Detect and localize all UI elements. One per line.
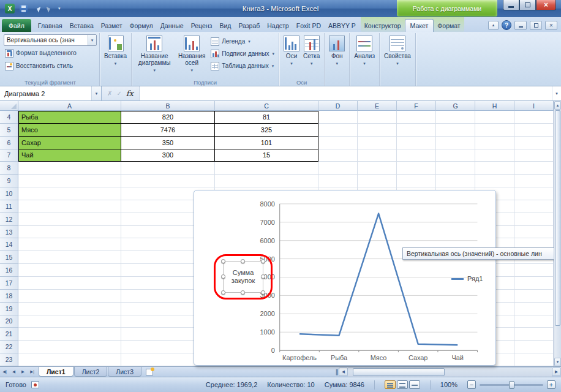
sheet-tab-Лист1[interactable]: Лист1 <box>39 367 73 377</box>
cell-A17[interactable] <box>18 277 121 290</box>
vertical-scrollbar[interactable]: ▲ ▼ <box>554 101 561 366</box>
cell-G4[interactable] <box>436 111 475 124</box>
row-header-6[interactable]: 6 <box>0 137 18 149</box>
scroll-up-icon[interactable]: ▲ <box>554 101 561 110</box>
select-all-corner[interactable] <box>0 101 18 111</box>
cell-H9[interactable] <box>475 175 514 187</box>
cell-H6[interactable] <box>475 137 514 149</box>
tab-Надстр[interactable]: Надстр <box>263 19 292 32</box>
cell-F9[interactable] <box>397 175 436 187</box>
cell-A9[interactable] <box>18 175 121 187</box>
row-header-13[interactable]: 13 <box>0 226 18 239</box>
cell-I11[interactable] <box>514 200 554 213</box>
tab-Вид[interactable]: Вид <box>216 19 235 32</box>
cell-A5[interactable]: Мясо <box>18 124 121 137</box>
insert-function-icon[interactable]: fx <box>126 89 134 98</box>
zoom-slider-thumb[interactable] <box>509 381 514 389</box>
row-header-10[interactable]: 10 <box>0 187 18 200</box>
cell-I19[interactable] <box>514 303 554 315</box>
cell-E7[interactable] <box>358 149 397 162</box>
cell-A12[interactable] <box>18 213 121 226</box>
cell-F5[interactable] <box>397 124 436 137</box>
column-header-I[interactable]: I <box>514 101 554 111</box>
row-header-11[interactable]: 11 <box>0 200 18 213</box>
selection-handle[interactable] <box>221 259 225 263</box>
properties-button[interactable]: Свойства ▾ <box>382 34 413 67</box>
tab-Главная[interactable]: Главная <box>34 19 66 32</box>
cell-I22[interactable] <box>514 341 554 353</box>
cell-B8[interactable] <box>121 162 215 175</box>
cell-A21[interactable] <box>18 328 121 341</box>
cell-A16[interactable] <box>18 264 121 277</box>
zoom-in-icon[interactable]: + <box>547 380 555 389</box>
cell-B5[interactable]: 7476 <box>121 124 215 137</box>
expand-formula-bar-icon[interactable]: ▾ <box>552 86 561 100</box>
cell-D9[interactable] <box>318 175 358 187</box>
cell-I12[interactable] <box>514 213 554 226</box>
minimize-ribbon-icon[interactable]: ▴ <box>488 21 499 30</box>
tab-Разраб[interactable]: Разраб <box>235 19 263 32</box>
sheet-tab-Лист3[interactable]: Лист3 <box>108 367 141 377</box>
cell-G5[interactable] <box>436 124 475 137</box>
close-button[interactable]: × <box>536 0 556 10</box>
column-header-G[interactable]: G <box>436 101 475 111</box>
analysis-button[interactable]: Анализ ▾ <box>352 34 377 67</box>
cell-A18[interactable] <box>18 290 121 303</box>
cell-I20[interactable] <box>514 315 554 328</box>
cell-A20[interactable] <box>18 315 121 328</box>
column-header-A[interactable]: A <box>18 101 121 111</box>
format-selection-button[interactable]: Формат выделенного <box>4 47 97 59</box>
cell-B7[interactable]: 300 <box>121 149 215 162</box>
save-icon[interactable] <box>18 3 29 14</box>
row-header-20[interactable]: 20 <box>0 315 18 328</box>
row-header-5[interactable]: 5 <box>0 124 18 137</box>
undo-icon[interactable] <box>31 3 42 14</box>
tab-Конструктор[interactable]: Конструктор <box>361 19 405 32</box>
tab-Реценз[interactable]: Реценз <box>187 19 216 32</box>
row-header-4[interactable]: 4 <box>0 111 18 124</box>
tab-Размет[interactable]: Размет <box>97 19 126 32</box>
workbook-minimize-button[interactable] <box>514 21 527 30</box>
page-layout-view-icon[interactable] <box>397 380 408 389</box>
page-break-view-icon[interactable] <box>409 380 420 389</box>
cell-D6[interactable] <box>318 137 358 149</box>
cell-E5[interactable] <box>358 124 397 137</box>
selection-handle[interactable] <box>241 259 245 263</box>
scroll-down-icon[interactable]: ▼ <box>554 358 561 366</box>
tab-Формат[interactable]: Формат <box>434 19 464 32</box>
scroll-right-icon[interactable]: ▶ <box>552 368 561 376</box>
cell-G8[interactable] <box>436 162 475 175</box>
scroll-left-icon[interactable]: ◀ <box>339 368 348 376</box>
prev-sheet-icon[interactable]: ◀ <box>9 367 18 377</box>
cell-A13[interactable] <box>18 226 121 239</box>
row-header-21[interactable]: 21 <box>0 328 18 341</box>
column-header-D[interactable]: D <box>318 101 358 111</box>
cell-F6[interactable] <box>397 137 436 149</box>
cell-E6[interactable] <box>358 137 397 149</box>
cell-A8[interactable] <box>18 162 121 175</box>
cell-C4[interactable]: 81 <box>215 111 318 124</box>
cell-C9[interactable] <box>215 175 318 187</box>
cell-H8[interactable] <box>475 162 514 175</box>
cell-E9[interactable] <box>358 175 397 187</box>
row-header-22[interactable]: 22 <box>0 341 18 353</box>
first-sheet-icon[interactable]: ◀| <box>0 367 9 377</box>
chart-object[interactable]: 010002000300040005000600070008000Картофе… <box>194 190 496 366</box>
chevron-down-icon[interactable]: ▾ <box>88 35 96 45</box>
cell-F7[interactable] <box>397 149 436 162</box>
qat-customize-icon[interactable]: ▾ <box>58 6 61 11</box>
cell-E4[interactable] <box>358 111 397 124</box>
tab-file[interactable]: Файл <box>2 19 31 32</box>
cell-C8[interactable] <box>215 162 318 175</box>
normal-view-icon[interactable] <box>385 380 396 389</box>
cell-I9[interactable] <box>514 175 554 187</box>
cell-I21[interactable] <box>514 328 554 341</box>
tab-Данные[interactable]: Данные <box>157 19 187 32</box>
excel-app-icon[interactable]: X <box>4 3 15 14</box>
row-header-19[interactable]: 19 <box>0 303 18 315</box>
cell-I8[interactable] <box>514 162 554 175</box>
name-box[interactable]: Диаграмма 2 <box>0 86 92 100</box>
column-header-H[interactable]: H <box>475 101 514 111</box>
tab-Foxit PD[interactable]: Foxit PD <box>293 19 325 32</box>
horizontal-scrollbar[interactable]: ▐ ◀ ▶ <box>333 367 561 377</box>
